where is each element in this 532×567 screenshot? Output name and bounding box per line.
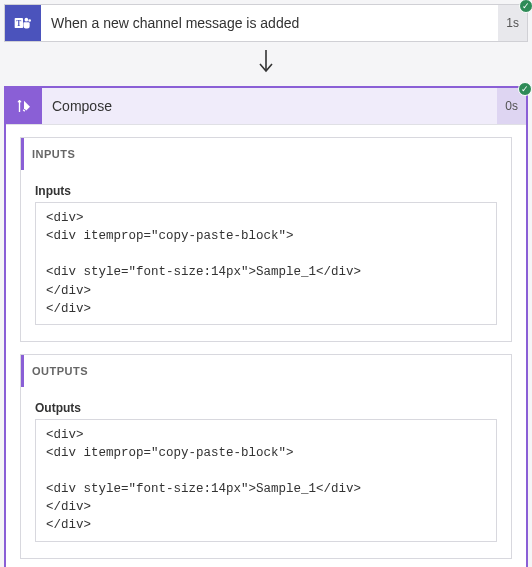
- inputs-field-label: Inputs: [35, 184, 497, 198]
- action-title: Compose: [42, 98, 497, 114]
- inputs-section-header: INPUTS: [21, 138, 511, 170]
- outputs-code-box[interactable]: <div> <div itemprop="copy-paste-block"> …: [35, 419, 497, 542]
- success-check-icon: ✓: [518, 82, 532, 96]
- outputs-field-label: Outputs: [35, 401, 497, 415]
- compose-icon: [6, 88, 42, 124]
- inputs-code-box[interactable]: <div> <div itemprop="copy-paste-block"> …: [35, 202, 497, 325]
- trigger-title: When a new channel message is added: [41, 15, 498, 31]
- success-check-icon: ✓: [519, 0, 532, 13]
- trigger-card[interactable]: T When a new channel message is added 1s…: [4, 4, 528, 42]
- svg-text:T: T: [16, 19, 21, 28]
- svg-point-2: [25, 18, 29, 22]
- action-detail-panel: Compose 0s ✓ INPUTS Inputs <div> <div it…: [4, 86, 528, 567]
- svg-point-3: [28, 19, 31, 22]
- flow-arrow-icon: [4, 42, 528, 86]
- action-card[interactable]: Compose 0s ✓: [6, 88, 526, 125]
- outputs-section: OUTPUTS Outputs <div> <div itemprop="cop…: [20, 354, 512, 559]
- teams-icon: T: [5, 5, 41, 41]
- inputs-section: INPUTS Inputs <div> <div itemprop="copy-…: [20, 137, 512, 342]
- outputs-section-header: OUTPUTS: [21, 355, 511, 387]
